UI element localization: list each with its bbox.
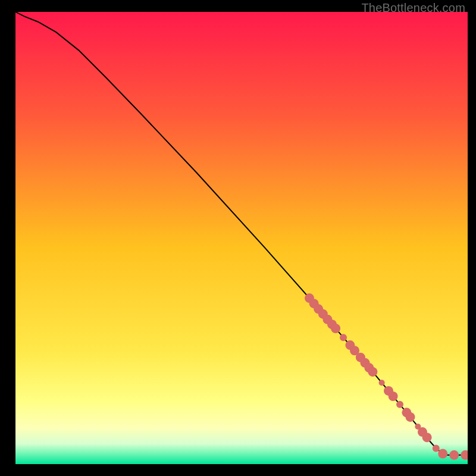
marker-point <box>405 412 415 422</box>
chart-frame: { "watermark": "TheBottleneck.com", "col… <box>0 0 476 476</box>
gradient-background <box>15 12 468 464</box>
chart-svg <box>15 12 468 464</box>
marker-point <box>368 367 377 377</box>
plot-area <box>15 12 468 464</box>
marker-point <box>389 392 398 401</box>
marker-point <box>379 380 385 386</box>
marker-point <box>331 324 340 333</box>
marker-point <box>422 433 432 442</box>
marker-point <box>433 444 440 452</box>
marker-point <box>396 401 403 408</box>
marker-point <box>449 450 459 460</box>
marker-point <box>438 449 447 459</box>
marker-point <box>340 334 347 341</box>
